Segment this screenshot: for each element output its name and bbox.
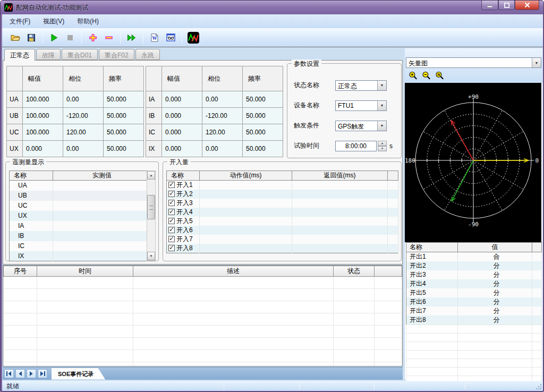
device-name-select[interactable]: FTU1 ▼ [335, 100, 387, 111]
cell-ua-phase[interactable]: 0.00 [63, 91, 104, 108]
input-checkbox[interactable] [168, 209, 175, 215]
chevron-down-icon[interactable]: ▼ [377, 101, 386, 110]
input-checkbox[interactable] [168, 191, 175, 197]
minimize-button[interactable] [481, 1, 498, 10]
cell-ua-amp[interactable]: 100.000 [23, 91, 63, 108]
save-button[interactable] [24, 31, 38, 45]
cell-uc-freq[interactable]: 50.000 [104, 124, 144, 141]
digital-inputs-group: 开入量 名称 动作值(ms) 返回值(ms) 开入1 开入2 开入3 开入4 开… [163, 161, 402, 261]
tab-reclose-d01[interactable]: 重合D01 [62, 49, 98, 60]
open-button[interactable] [8, 31, 22, 45]
input-checkbox[interactable] [168, 227, 175, 233]
nav-prev-button[interactable] [15, 369, 25, 378]
cell-uc-amp[interactable]: 100.000 [23, 124, 63, 141]
zoom-reset-button[interactable]: N [434, 70, 445, 81]
output-row[interactable]: 开出8分 [406, 316, 542, 325]
cell-ib-amp[interactable]: 0.000 [162, 108, 202, 124]
chevron-down-icon[interactable]: ▼ [532, 58, 541, 67]
output-row[interactable]: 开出6分 [406, 297, 542, 306]
cell-ub-amp[interactable]: 100.000 [23, 108, 63, 124]
waveform-view-button[interactable] [186, 31, 200, 45]
input-checkbox[interactable] [168, 236, 175, 242]
output-row[interactable]: 开出1合 [406, 252, 542, 262]
spin-down-icon[interactable]: ▼ [378, 146, 387, 151]
spin-up-icon[interactable]: ▲ [378, 141, 387, 146]
nav-first-button[interactable] [4, 369, 14, 378]
col-header-action: 动作值(ms) [200, 171, 292, 181]
tab-reclose-f02[interactable]: 重合F02 [99, 49, 134, 60]
resize-grip[interactable] [536, 384, 542, 390]
input-checkbox[interactable] [168, 182, 175, 188]
event-row [4, 338, 402, 350]
cell-ux-phase[interactable]: 0.00 [63, 141, 104, 157]
title-bar[interactable]: 配网自动化测试-功能测试 [1, 1, 544, 14]
telemetry-row[interactable]: UX [10, 211, 147, 221]
cell-ia-phase[interactable]: 0.00 [202, 91, 243, 108]
scroll-down-icon[interactable]: ▼ [147, 252, 155, 260]
input-checkbox[interactable] [168, 218, 175, 224]
cell-ib-freq[interactable]: 50.000 [243, 108, 283, 124]
tab-normal-state[interactable]: 正常态 [4, 49, 35, 61]
telemetry-row[interactable]: IC [10, 241, 147, 251]
menu-item-file[interactable]: 文件(F) [4, 15, 36, 28]
chevron-down-icon[interactable]: ▼ [377, 81, 386, 90]
telemetry-row[interactable]: UA [10, 181, 147, 191]
telemetry-scrollbar[interactable]: ▲ ▼ [147, 171, 156, 261]
add-state-button[interactable] [86, 31, 100, 45]
state-name-select[interactable]: 正常态 ▼ [335, 80, 387, 91]
telemetry-row[interactable]: UB [10, 191, 147, 201]
return-value-cell [292, 226, 388, 235]
cell-ix-freq[interactable]: 50.000 [243, 141, 283, 157]
close-button[interactable] [515, 1, 539, 10]
telemetry-row[interactable]: IB [10, 231, 147, 241]
start-button[interactable] [47, 31, 61, 45]
tab-soe-event-record[interactable]: SOE事件记录 [52, 368, 105, 380]
word-report-button[interactable]: W [148, 31, 162, 45]
cell-ic-amp[interactable]: 0.000 [162, 124, 202, 141]
trigger-condition-select[interactable]: GPS触发 ▼ [335, 121, 387, 131]
scroll-up-icon[interactable]: ▲ [147, 171, 155, 180]
zoom-out-button[interactable] [420, 70, 432, 81]
input-checkbox[interactable] [168, 245, 175, 251]
menu-item-view[interactable]: 视图(V) [38, 15, 70, 28]
cell-ic-phase[interactable]: 120.00 [202, 124, 243, 141]
report-preview-button[interactable] [164, 31, 177, 45]
run-all-button[interactable] [125, 31, 139, 45]
maximize-button[interactable] [498, 1, 515, 10]
telemetry-row[interactable]: IA [10, 221, 147, 231]
toolbar-separator [143, 32, 143, 44]
cell-ia-freq[interactable]: 50.000 [243, 91, 283, 108]
remove-state-button[interactable] [102, 31, 116, 45]
input-checkbox[interactable] [168, 200, 175, 206]
test-time-field[interactable]: 8:00:00 [335, 141, 377, 151]
menu-item-help[interactable]: 帮助(H) [72, 15, 104, 28]
cell-ix-phase[interactable]: 0.00 [202, 141, 243, 157]
cell-ub-freq[interactable]: 50.000 [104, 108, 144, 124]
output-row[interactable]: 开出5分 [406, 288, 542, 297]
cell-ia-amp[interactable]: 0.000 [162, 91, 202, 108]
stop-button[interactable] [63, 31, 77, 45]
telemetry-row[interactable]: IX [10, 251, 147, 261]
nav-next-button[interactable] [27, 369, 36, 378]
cell-ux-freq[interactable]: 50.000 [104, 141, 144, 157]
cell-ux-amp[interactable]: 0.000 [23, 141, 63, 157]
scrollbar-thumb[interactable] [147, 195, 155, 219]
tab-fault[interactable]: 故障 [36, 49, 61, 60]
telemetry-row[interactable]: UC [10, 201, 147, 211]
cell-ix-amp[interactable]: 0.000 [162, 141, 202, 157]
output-row[interactable]: 开出2分 [406, 261, 542, 270]
cell-ua-freq[interactable]: 50.000 [104, 91, 144, 108]
corner-cell [7, 66, 23, 91]
nav-last-button[interactable] [38, 369, 47, 378]
zoom-in-button[interactable] [407, 70, 419, 81]
chevron-down-icon[interactable]: ▼ [377, 121, 386, 131]
cell-ub-phase[interactable]: -120.00 [63, 108, 104, 124]
output-row[interactable]: 开出7分 [406, 306, 542, 316]
output-row[interactable]: 开出4分 [406, 279, 542, 288]
cell-ic-freq[interactable]: 50.000 [243, 124, 283, 141]
view-type-select[interactable]: 矢量图 ▼ [406, 57, 541, 68]
output-row[interactable]: 开出3分 [406, 270, 542, 279]
cell-uc-phase[interactable]: 120.00 [63, 124, 104, 141]
cell-ib-phase[interactable]: -120.00 [202, 108, 243, 124]
tab-permanent-trip[interactable]: 永跳 [135, 49, 160, 60]
